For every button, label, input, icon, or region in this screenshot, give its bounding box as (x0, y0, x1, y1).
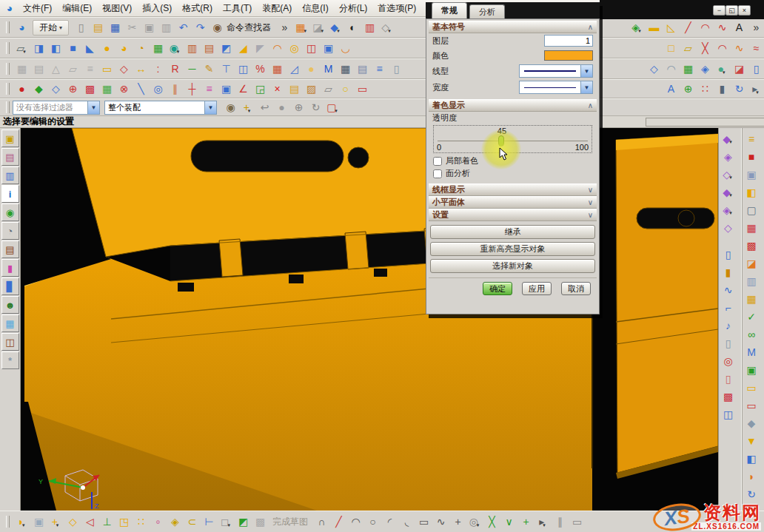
face-orange-icon[interactable]: ◪ (743, 255, 760, 272)
layer-input[interactable] (544, 35, 593, 47)
layer-visible-icon[interactable]: ⊗ (115, 81, 132, 98)
wrench-icon[interactable]: ⊢ (200, 514, 217, 531)
delete-icon[interactable]: × (268, 81, 285, 98)
ellipse-icon[interactable]: ◎▾ (466, 514, 483, 531)
boxed-a-icon[interactable]: A (662, 81, 679, 98)
partial-shading-checkbox[interactable] (433, 157, 442, 166)
studio-spline-icon[interactable]: ∿ (432, 514, 449, 531)
cup-icon[interactable]: ◫ (719, 405, 736, 422)
viewport-3d[interactable]: Y Z (21, 128, 718, 511)
move-snap-icon[interactable]: ⊕ (289, 99, 306, 116)
pocket-icon[interactable]: ▤ (200, 40, 217, 57)
group-basic-symbol[interactable]: 基本符号 ∧ (429, 21, 597, 33)
datum-plane-icon[interactable]: ▦ (149, 40, 166, 57)
save-icon[interactable]: ▦ (106, 19, 123, 36)
grid-cross-icon[interactable]: ┼ (183, 81, 200, 98)
rectangle-icon[interactable]: ▭ (415, 514, 432, 531)
color-swatch[interactable] (544, 50, 593, 61)
pin-icon[interactable]: ▯ (719, 246, 736, 263)
layers-grayed-icon[interactable]: ≡ (81, 61, 98, 78)
orient-view-icon[interactable]: ◈▾ (628, 19, 645, 36)
ok-button[interactable]: 确定 (483, 282, 512, 295)
pin-blue-icon[interactable]: ▮ (713, 81, 730, 98)
section-view-icon[interactable]: ▥ (361, 19, 378, 36)
movie-icon[interactable]: ▭ (353, 81, 370, 98)
linetype-select[interactable]: ▼ (519, 64, 593, 78)
quick-extend-icon[interactable]: ∨ (500, 514, 517, 531)
sphere-snap-icon[interactable]: ● (272, 99, 289, 116)
offset-curve-icon[interactable]: ∿ (730, 40, 747, 57)
assembly-navigator-tab[interactable]: ▣ (1, 129, 19, 147)
spline-tool-icon[interactable]: ∿ (713, 19, 730, 36)
new-file-icon[interactable]: ▯ (72, 19, 89, 36)
tube-pin-icon[interactable]: ▯ (719, 334, 736, 351)
finish-sketch-button[interactable]: 完成草图 (272, 516, 308, 528)
sketch-arc-icon[interactable]: ◠ (346, 514, 363, 531)
caret-down-icon[interactable]: ▼ (87, 101, 99, 114)
line-display-icon[interactable]: ╲ (132, 81, 149, 98)
bounded-plane-icon[interactable]: ◈ (696, 61, 713, 78)
cut-icon[interactable]: ✂ (123, 19, 140, 36)
copy-icon[interactable]: ▣ (140, 19, 157, 36)
sweep-icon[interactable]: ◠ (268, 40, 285, 57)
pull-face-icon[interactable]: ◈ (719, 148, 736, 165)
measure-face-icon[interactable]: ◇ (115, 61, 132, 78)
assembly-cubes-icon[interactable]: ▣ (30, 514, 47, 531)
shell-icon[interactable]: ◔ (132, 40, 149, 57)
funnel-icon[interactable]: ▼ (743, 432, 760, 449)
group-settings[interactable]: 设置 ∨ (429, 209, 597, 221)
doc-check-icon[interactable]: ▣ (743, 361, 760, 378)
profile-icon[interactable]: ∩ (312, 514, 329, 531)
pair-blue-icon[interactable]: ◧ (743, 450, 760, 467)
sketch-line-icon[interactable]: ╱ (329, 514, 346, 531)
blend-icon[interactable]: ◕ (115, 40, 132, 57)
group-shaded-display[interactable]: 着色显示 ∧ (429, 99, 597, 112)
inherit-button[interactable]: 继承 (430, 225, 595, 239)
arc-tool-icon[interactable]: ◠ (696, 19, 713, 36)
joint-icon[interactable]: ∘ (149, 514, 166, 531)
parallel-constraint-icon[interactable]: ∥ (551, 514, 568, 531)
draft-analysis-icon[interactable]: ◿ (285, 61, 302, 78)
grid-icon[interactable]: ▤ (353, 61, 370, 78)
selection-rect-icon[interactable]: ▢▾ (324, 99, 341, 116)
swept-surface-icon[interactable]: ◠ (662, 61, 679, 78)
sheet-grayed-icon[interactable]: ▱ (64, 61, 81, 78)
protractor-icon[interactable]: ◺ (662, 19, 679, 36)
undo-icon[interactable]: ↶ (174, 19, 191, 36)
group-wireframe-display[interactable]: 线框显示 ∨ (429, 183, 597, 196)
grid-red-icon[interactable]: ∷ (696, 81, 713, 98)
studio-surface-icon[interactable]: ▯ (747, 61, 764, 78)
chamfer-icon[interactable]: ◤ (251, 40, 268, 57)
slider-track[interactable] (438, 141, 588, 141)
project-curve-icon[interactable]: ≈ (747, 40, 764, 57)
move-cube-icon[interactable]: ◇ (64, 514, 81, 531)
broom-icon[interactable]: ▨ (302, 81, 319, 98)
note-icon[interactable]: ♪ (719, 317, 736, 334)
line-tool-icon[interactable]: ╱ (679, 19, 696, 36)
overflow-chevron-icon[interactable]: » (275, 19, 292, 36)
bounding-box-icon[interactable]: ⊤ (217, 61, 234, 78)
history-tab[interactable]: ◔ (1, 222, 19, 240)
rope-icon[interactable]: ∞ (743, 326, 760, 343)
pattern-component-icon[interactable]: ∷ (132, 514, 149, 531)
width-select[interactable]: ▼ (519, 81, 593, 94)
point-icon[interactable]: + (449, 514, 466, 531)
templates-tab[interactable]: ◫ (1, 333, 19, 351)
make-corner-icon[interactable]: + (517, 514, 534, 531)
shaded-view-icon[interactable]: ◐ (344, 19, 361, 36)
show-hide-icon[interactable]: ◆ (30, 81, 47, 98)
gift-icon[interactable]: ▩ (81, 81, 98, 98)
swirl-icon[interactable]: ↻ (743, 485, 760, 502)
wireframe-icon[interactable]: ◇ (47, 81, 64, 98)
bracket-icon[interactable]: ⌐ (719, 299, 736, 316)
close-button[interactable]: × (738, 5, 751, 16)
grayed-grid-icon[interactable]: ▩ (251, 514, 268, 531)
display-mode-icon[interactable]: ◆▾ (326, 19, 344, 36)
stamp-icon[interactable]: ◪▾ (309, 19, 326, 36)
start-button[interactable]: 开始▾ (33, 20, 69, 36)
simple-distance-icon[interactable]: ─ (183, 61, 200, 78)
chevron-up-icon[interactable]: ∧ (588, 101, 593, 110)
split-body-icon[interactable]: ◧ (743, 183, 760, 201)
route-icon[interactable]: ∿ (719, 281, 736, 298)
measure-body-icon[interactable]: M (319, 61, 336, 78)
